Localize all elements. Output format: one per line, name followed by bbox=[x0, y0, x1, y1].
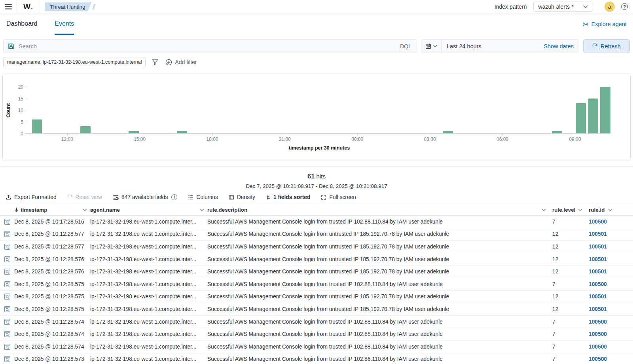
date-picker-calendar-button[interactable] bbox=[421, 40, 442, 53]
rule-id-link[interactable]: 100501 bbox=[589, 244, 607, 250]
reset-view-button[interactable]: Reset view bbox=[67, 194, 102, 200]
density-button[interactable]: Density bbox=[229, 194, 255, 200]
tab-dashboard[interactable]: Dashboard bbox=[6, 13, 37, 35]
header-rule-level[interactable]: rule.level bbox=[549, 207, 586, 213]
chevron-down-icon bbox=[583, 5, 588, 8]
inspect-document-icon[interactable] bbox=[4, 256, 11, 263]
y-tick-label: 15 bbox=[18, 96, 23, 102]
inspect-document-icon[interactable] bbox=[4, 356, 11, 362]
chart-bar[interactable] bbox=[552, 131, 562, 133]
header-timestamp[interactable]: timestamp bbox=[14, 207, 90, 213]
chart-bar[interactable] bbox=[576, 103, 586, 133]
badge-sliver-decoration bbox=[92, 4, 96, 9]
y-tick-label: 0 bbox=[21, 131, 23, 136]
rule-id-link[interactable]: 100500 bbox=[589, 219, 607, 225]
rule-id-link[interactable]: 100501 bbox=[589, 294, 607, 300]
chart-bar[interactable] bbox=[129, 131, 139, 133]
chevron-down-icon[interactable] bbox=[83, 209, 87, 211]
rule-id-link[interactable]: 100501 bbox=[589, 256, 607, 262]
x-tick-label: 21:00 bbox=[279, 136, 291, 142]
rule-id-link[interactable]: 100501 bbox=[589, 306, 607, 312]
tab-events[interactable]: Events bbox=[55, 13, 74, 35]
header-rule-description-label: rule.description bbox=[207, 207, 247, 213]
cell-rule-description: Successful AWS Management Console login … bbox=[207, 319, 549, 325]
full-screen-label: Full screen bbox=[329, 194, 356, 200]
rule-id-link[interactable]: 100500 bbox=[589, 331, 607, 337]
chevron-down-icon[interactable] bbox=[200, 209, 204, 211]
rule-id-link[interactable]: 100500 bbox=[589, 344, 607, 350]
density-icon bbox=[229, 195, 234, 200]
tab-events-label: Events bbox=[55, 20, 74, 27]
export-formatted-button[interactable]: Export Formatted bbox=[6, 194, 57, 200]
module-badge[interactable]: Threat Hunting bbox=[45, 4, 91, 10]
info-icon[interactable]: i bbox=[171, 194, 177, 200]
table-row: Dec 8, 2025 @ 10:12:28.574ip-172-31-32-1… bbox=[0, 341, 633, 353]
inspect-document-icon[interactable] bbox=[4, 243, 11, 250]
save-query-icon[interactable] bbox=[8, 43, 14, 49]
query-language-button[interactable]: DQL bbox=[400, 43, 412, 49]
inspect-document-icon[interactable] bbox=[4, 293, 11, 300]
wazuh-logo[interactable]: W. bbox=[17, 0, 40, 13]
index-pattern-select[interactable]: wazuh-alerts-* bbox=[533, 2, 593, 12]
header-rule-id[interactable]: rule.id bbox=[586, 207, 633, 213]
chart-bar[interactable] bbox=[588, 99, 598, 133]
x-tick-mark bbox=[285, 133, 285, 135]
table-row: Dec 8, 2025 @ 10:12:28.576ip-172-31-32-1… bbox=[0, 265, 633, 278]
chart-bar[interactable] bbox=[80, 126, 91, 133]
inspect-document-icon[interactable] bbox=[4, 343, 11, 350]
chart-bar[interactable] bbox=[177, 131, 187, 133]
chevron-down-icon[interactable] bbox=[578, 209, 582, 211]
rule-id-link[interactable]: 100500 bbox=[589, 356, 607, 362]
logo-dot: . bbox=[30, 2, 33, 11]
inspect-document-icon[interactable] bbox=[4, 281, 11, 288]
cell-rule-level: 7 bbox=[549, 344, 586, 350]
explore-agent-button[interactable]: Explore agent bbox=[582, 13, 627, 35]
inspect-document-icon[interactable] bbox=[4, 331, 11, 337]
inspect-document-icon[interactable] bbox=[4, 268, 11, 275]
cell-rule-description: Successful AWS Management Console login … bbox=[207, 356, 549, 362]
cell-timestamp: Dec 8, 2025 @ 10:12:28.574 bbox=[14, 319, 90, 325]
fields-sorted-button[interactable]: 1 fields sorted bbox=[266, 194, 311, 200]
filter-funnel-icon[interactable] bbox=[152, 59, 158, 65]
refresh-icon bbox=[592, 44, 598, 49]
expand-row-cell bbox=[0, 343, 14, 350]
show-dates-button[interactable]: Show dates bbox=[544, 43, 579, 49]
chart-bar[interactable] bbox=[32, 119, 42, 133]
time-range-value[interactable]: Last 24 hours bbox=[442, 43, 487, 49]
rule-id-link[interactable]: 100501 bbox=[589, 231, 607, 237]
cell-rule-level: 12 bbox=[549, 244, 586, 250]
inspect-document-icon[interactable] bbox=[4, 306, 11, 313]
expand-row-cell bbox=[0, 331, 14, 337]
chart-bar[interactable] bbox=[443, 131, 453, 133]
full-screen-button[interactable]: Full screen bbox=[321, 194, 356, 200]
x-tick-label: 18:00 bbox=[207, 136, 218, 142]
chart-bar[interactable] bbox=[600, 87, 610, 133]
query-bar: Search DQL Last 24 hours Show dates Refr… bbox=[0, 35, 633, 55]
x-tick-mark bbox=[502, 133, 503, 135]
inspect-document-icon[interactable] bbox=[4, 231, 11, 237]
cell-agent-name: ip-172-31-32-198.eu-west-1.compute.inter… bbox=[90, 319, 207, 325]
columns-button[interactable]: Columns bbox=[188, 194, 218, 200]
available-fields-button[interactable]: 847 available fields i bbox=[113, 194, 177, 200]
rule-id-link[interactable]: 100500 bbox=[589, 281, 607, 287]
chevron-down-icon[interactable] bbox=[608, 209, 612, 211]
header-agent-name[interactable]: agent.name bbox=[90, 207, 207, 213]
chart-plot[interactable] bbox=[27, 87, 611, 134]
rule-id-link[interactable]: 100500 bbox=[589, 319, 607, 325]
chevron-down-icon[interactable] bbox=[542, 209, 546, 211]
refresh-button[interactable]: Refresh bbox=[583, 39, 630, 53]
search-input[interactable]: Search DQL bbox=[3, 39, 417, 53]
header-rule-description[interactable]: rule.description bbox=[207, 207, 549, 213]
help-icon[interactable]: ? bbox=[621, 3, 628, 10]
top-bar: W. Threat Hunting Index pattern wazuh-al… bbox=[0, 0, 633, 13]
inspect-document-icon[interactable] bbox=[4, 218, 11, 225]
filter-bar: manager.name: ip-172-31-32-198.eu-west-1… bbox=[0, 55, 633, 72]
filter-chip[interactable]: manager.name: ip-172-31-32-198.eu-west-1… bbox=[3, 57, 146, 67]
date-picker: Last 24 hours Show dates bbox=[421, 39, 579, 53]
inspect-document-icon[interactable] bbox=[4, 318, 11, 325]
avatar[interactable]: a bbox=[605, 2, 615, 12]
hamburger-menu-icon[interactable] bbox=[0, 0, 17, 13]
add-filter-button[interactable]: Add filter bbox=[165, 59, 197, 66]
hits-summary: 61 hits bbox=[0, 173, 633, 180]
rule-id-link[interactable]: 100501 bbox=[589, 269, 607, 275]
